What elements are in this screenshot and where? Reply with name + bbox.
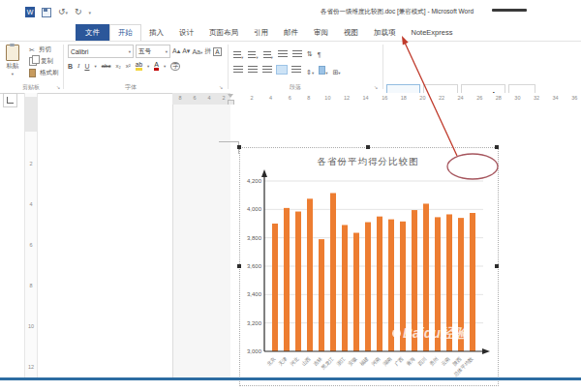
format-painter-button[interactable]: 格式刷: [29, 69, 59, 77]
tab-邮件[interactable]: 邮件: [276, 24, 306, 41]
borders-button[interactable]: ⊞▾: [332, 61, 340, 78]
word-window: W ↺▾ ↻ ▾ 各省份一级维度比较图.doc [兼容模式] - Microso…: [0, 0, 581, 392]
redo-icon[interactable]: ↻: [75, 8, 82, 16]
x-label-云南: 云南: [440, 355, 451, 367]
tab-引用[interactable]: 引用: [246, 24, 276, 41]
text-highlight-button[interactable]: ab: [136, 61, 142, 71]
font-dialog-launcher-icon[interactable]: ↘: [219, 84, 223, 90]
x-label-广西: 广西: [392, 355, 405, 368]
selection-handle[interactable]: [495, 264, 499, 268]
increase-indent-icon[interactable]: [292, 50, 302, 58]
window-control-dash[interactable]: [492, 9, 527, 12]
chart-title: 各省份平均得分比较图: [239, 156, 497, 168]
font-name-caret-icon: ▾: [129, 49, 131, 54]
tab-selector[interactable]: [3, 93, 17, 107]
tab-NoteExpress[interactable]: NoteExpress: [404, 24, 461, 41]
tab-插入[interactable]: 插入: [141, 24, 171, 41]
ruler-number: 10: [324, 95, 330, 101]
subscript-button[interactable]: x₂: [115, 63, 120, 69]
svg-text:3,000: 3,000: [247, 348, 262, 354]
x-label-贵州: 贵州: [428, 355, 440, 367]
tab-设计[interactable]: 设计: [171, 24, 201, 41]
bottom-blue-line: [0, 377, 581, 380]
undo-icon[interactable]: ↺▾: [58, 8, 68, 17]
ruler-number: 2: [25, 161, 37, 166]
font-size-select[interactable]: 五号 ▾: [136, 45, 170, 58]
group-separator: [63, 45, 64, 89]
ruler-number: 12: [25, 364, 37, 370]
tab-加载项[interactable]: 加载项: [366, 24, 404, 41]
justify-icon[interactable]: [277, 66, 287, 74]
shading-button[interactable]: ▾: [319, 61, 327, 78]
superscript-button[interactable]: x²: [126, 63, 131, 69]
x-label-河南: 河南: [370, 355, 382, 367]
selection-handle[interactable]: [237, 145, 241, 149]
vertical-ruler[interactable]: 24681012: [24, 93, 38, 377]
line-spacing-button[interactable]: ⇕▾: [306, 61, 314, 78]
ruler-number: 26: [476, 95, 482, 101]
copy-icon: [29, 57, 37, 66]
format-painter-icon: [29, 69, 36, 77]
ribbon-tabs: 文件开始插入设计页面布局引用邮件审阅视图加载项NoteExpress: [0, 24, 581, 41]
ruler-number: 8: [25, 283, 37, 288]
align-left-icon[interactable]: [233, 66, 243, 74]
cut-label: 剪切: [39, 45, 51, 54]
x-label-黑龙江: 黑龙江: [320, 355, 335, 371]
tab-视图[interactable]: 视图: [336, 24, 366, 41]
svg-text:4,200: 4,200: [247, 178, 262, 184]
ruler-number: 32: [534, 95, 539, 101]
ribbon: 粘贴 ▾ ✂ 剪切 复制 格式刷 剪贴板 ↘ Calibri ▾ 五号 ▾: [0, 41, 581, 94]
save-icon[interactable]: [42, 8, 51, 17]
italic-button[interactable]: I: [77, 62, 79, 70]
indent-marker[interactable]: [228, 94, 233, 104]
paragraph-mark-icon[interactable]: ¶: [318, 51, 321, 58]
phonetic-guide-button[interactable]: 拼: [204, 46, 211, 56]
paragraph-dialog-launcher-icon[interactable]: ↘: [374, 84, 378, 90]
tab-页面布局[interactable]: 页面布局: [201, 24, 246, 41]
distribute-icon[interactable]: [291, 66, 301, 74]
tab-开始[interactable]: 开始: [109, 24, 141, 41]
underline-caret-icon[interactable]: ▾: [94, 64, 96, 69]
ruler-number: 10: [25, 323, 37, 329]
clipboard-dialog-launcher-icon[interactable]: ↘: [56, 84, 60, 90]
selection-handle[interactable]: [495, 145, 499, 149]
paste-button[interactable]: 粘贴 ▾: [6, 45, 19, 76]
selection-handle[interactable]: [237, 264, 241, 268]
x-label-天津: 天津: [277, 355, 290, 368]
ruler-number: 18: [401, 95, 407, 101]
cut-button[interactable]: ✂ 剪切: [29, 45, 51, 54]
bar-山西: [307, 198, 313, 351]
align-right-icon[interactable]: [262, 66, 272, 74]
font-color-caret-icon[interactable]: ▾: [164, 64, 166, 69]
paste-caret-icon: ▾: [12, 72, 14, 76]
tab-文件[interactable]: 文件: [76, 24, 109, 41]
bold-button[interactable]: B: [68, 63, 73, 70]
character-border-button[interactable]: A: [213, 47, 221, 56]
strikethrough-button[interactable]: abc: [102, 63, 111, 69]
x-label-北京: 北京: [264, 355, 277, 368]
sort-icon[interactable]: ⇅: [307, 50, 313, 58]
ruler-number: 4: [269, 95, 272, 101]
ruler-number: 6: [193, 95, 196, 101]
selection-handle[interactable]: [366, 145, 370, 149]
chart-object[interactable]: 3,0003,2003,4003,6003,8004,0004,200北京天津河…: [239, 147, 499, 386]
underline-button[interactable]: U: [84, 63, 89, 70]
font-size-value: 五号: [138, 47, 151, 56]
ruler-number: 8: [178, 95, 181, 101]
font-color-button[interactable]: A: [154, 61, 159, 71]
copy-button[interactable]: 复制: [29, 57, 53, 66]
bar-安徽: [353, 233, 359, 351]
ruler-number: 14: [363, 95, 369, 101]
decrease-indent-icon[interactable]: [278, 50, 288, 58]
qat-customize-icon[interactable]: ▾: [89, 10, 92, 15]
tab-审阅[interactable]: 审阅: [306, 24, 336, 41]
align-center-icon[interactable]: [248, 66, 258, 74]
paste-label: 粘贴: [7, 62, 19, 71]
grow-font-button[interactable]: A▴: [172, 47, 180, 55]
quick-access-toolbar: W ↺▾ ↻ ▾: [25, 7, 91, 17]
highlight-caret-icon[interactable]: ▾: [147, 64, 149, 69]
font-name-select[interactable]: Calibri ▾: [68, 45, 134, 58]
change-case-button[interactable]: Aa▾: [192, 48, 202, 55]
enclose-characters-button[interactable]: 字: [170, 62, 180, 71]
shrink-font-button[interactable]: A▾: [182, 47, 190, 55]
